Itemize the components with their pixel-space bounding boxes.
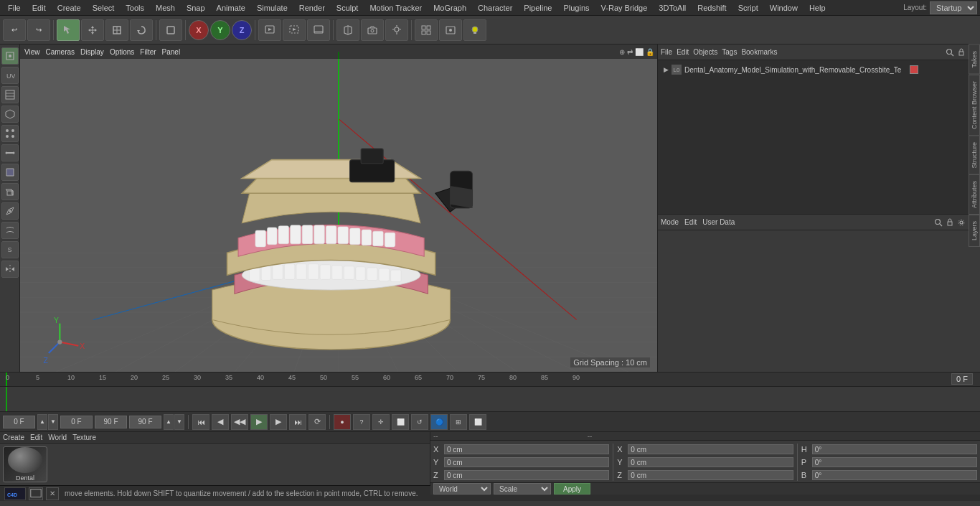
loop-btn[interactable]: ⟳ bbox=[308, 414, 326, 430]
motion-mode-btn[interactable]: ? bbox=[353, 414, 370, 430]
viewport-expand-icon[interactable]: ⊕ bbox=[619, 48, 625, 56]
viewport-menu-options[interactable]: Options bbox=[110, 48, 134, 56]
object-color[interactable] bbox=[910, 65, 918, 74]
rot-b-input[interactable] bbox=[812, 470, 977, 480]
model-tool[interactable] bbox=[1, 47, 19, 65]
render-viewport-button[interactable] bbox=[258, 19, 281, 41]
step-forward-btn[interactable]: ▶ bbox=[270, 414, 287, 430]
end-frame-up-btn[interactable]: ▲ bbox=[164, 414, 174, 430]
poly-pen-tool[interactable] bbox=[1, 202, 19, 220]
close-status-icon[interactable]: ✕ bbox=[46, 487, 59, 500]
goto-end-btn[interactable]: ⏭ bbox=[289, 414, 306, 430]
smooth-tool[interactable]: S bbox=[1, 241, 19, 258]
viewport-menu-panel[interactable]: Panel bbox=[162, 48, 181, 56]
attr-user-data[interactable]: User Data bbox=[702, 218, 735, 226]
obj-manager-tags[interactable]: Tags bbox=[722, 48, 737, 56]
render-region-button[interactable] bbox=[283, 19, 306, 41]
end-frame-down-btn[interactable]: ▼ bbox=[174, 414, 184, 430]
move-button[interactable] bbox=[81, 19, 104, 41]
grid-mode-btn[interactable]: ⊞ bbox=[450, 414, 467, 430]
pos-z-input[interactable] bbox=[444, 470, 609, 480]
menu-motion-tracker[interactable]: Motion Tracker bbox=[364, 2, 427, 14]
viewport-menu-cameras[interactable]: Cameras bbox=[46, 48, 75, 56]
goto-start-btn[interactable]: ⏮ bbox=[192, 414, 209, 430]
perspective-view-button[interactable] bbox=[336, 19, 359, 41]
object-tool-button[interactable] bbox=[159, 19, 182, 41]
z-axis-button[interactable]: Z bbox=[232, 20, 252, 40]
menu-tools[interactable]: Tools bbox=[121, 2, 149, 14]
rotate-button[interactable] bbox=[130, 19, 153, 41]
redo-button[interactable]: ↪ bbox=[27, 19, 50, 41]
menu-select[interactable]: Select bbox=[88, 2, 120, 14]
viewport-status-icon[interactable] bbox=[29, 487, 43, 500]
menu-vray[interactable]: V-Ray Bridge bbox=[596, 2, 653, 14]
rot-h-input[interactable] bbox=[812, 444, 977, 454]
edge-mode[interactable] bbox=[1, 144, 19, 161]
menu-script[interactable]: Script bbox=[733, 2, 763, 14]
viewport[interactable]: View Cameras Display Options Filter Pane… bbox=[20, 44, 657, 372]
menu-window[interactable]: Window bbox=[765, 2, 803, 14]
current-frame-input[interactable] bbox=[3, 416, 35, 428]
uv-tool[interactable]: UV bbox=[1, 67, 19, 84]
vtab-layers[interactable]: Layers bbox=[969, 215, 980, 247]
extrude-tool[interactable] bbox=[1, 183, 19, 200]
size-x-input[interactable] bbox=[628, 444, 793, 454]
texture-tool[interactable] bbox=[1, 86, 19, 103]
timeline-track[interactable] bbox=[0, 387, 980, 411]
polygon-mode[interactable] bbox=[1, 164, 19, 181]
menu-sculpt[interactable]: Sculpt bbox=[331, 2, 364, 14]
attr-search-icon[interactable] bbox=[934, 218, 943, 227]
rot-p-input[interactable] bbox=[812, 457, 977, 467]
menu-character[interactable]: Character bbox=[473, 2, 517, 14]
bulb-button[interactable] bbox=[463, 19, 486, 41]
end-frame-input[interactable] bbox=[129, 416, 161, 428]
menu-snap[interactable]: Snap bbox=[182, 2, 210, 14]
play-reverse-btn[interactable]: ◀◀ bbox=[231, 414, 248, 430]
size-y-input[interactable] bbox=[628, 457, 793, 467]
viewport-max-icon[interactable]: ⬜ bbox=[635, 48, 644, 56]
menu-file[interactable]: File bbox=[3, 2, 26, 14]
x-axis-button[interactable]: X bbox=[189, 20, 209, 40]
menu-pipeline[interactable]: Pipeline bbox=[519, 2, 557, 14]
mat-menu-function[interactable]: World bbox=[48, 434, 67, 441]
record-btn[interactable]: ● bbox=[334, 414, 351, 430]
menu-mograph[interactable]: MoGraph bbox=[428, 2, 471, 14]
object-row[interactable]: ▶ L0 Dental_Anatomy_Model_Simulation_wit… bbox=[661, 63, 977, 76]
layout-dropdown[interactable]: Startup bbox=[930, 1, 977, 14]
menu-redshift[interactable]: Redshift bbox=[692, 2, 731, 14]
preview-mode-btn[interactable]: 🔵 bbox=[430, 414, 448, 430]
attr-lock-icon[interactable] bbox=[946, 218, 954, 227]
menu-help[interactable]: Help bbox=[804, 2, 831, 14]
pos-x-input[interactable] bbox=[444, 444, 609, 454]
mat-menu-texture[interactable]: Texture bbox=[72, 434, 96, 441]
obj-manager-objects[interactable]: Objects bbox=[693, 48, 717, 56]
y-axis-button[interactable]: Y bbox=[210, 20, 230, 40]
menu-animate[interactable]: Animate bbox=[212, 2, 250, 14]
rotate-mode-btn[interactable]: ↺ bbox=[411, 414, 428, 430]
obj-manager-bookmarks[interactable]: Bookmarks bbox=[741, 48, 777, 56]
viewport-menu-filter[interactable]: Filter bbox=[140, 48, 156, 56]
menu-simulate[interactable]: Simulate bbox=[252, 2, 293, 14]
menu-mesh[interactable]: Mesh bbox=[151, 2, 180, 14]
vtab-attributes[interactable]: Attributes bbox=[969, 174, 980, 215]
start-frame-input[interactable] bbox=[60, 416, 93, 428]
menu-render[interactable]: Render bbox=[294, 2, 330, 14]
menu-create[interactable]: Create bbox=[52, 2, 86, 14]
render-picture-viewer-button[interactable] bbox=[307, 19, 330, 41]
grid-button[interactable] bbox=[415, 19, 438, 41]
play-btn[interactable]: ▶ bbox=[250, 414, 268, 430]
pos-y-input[interactable] bbox=[444, 457, 609, 467]
mirror-tool[interactable] bbox=[1, 261, 19, 278]
frame-up-btn[interactable]: ▲ bbox=[37, 414, 47, 430]
preview-min-input[interactable] bbox=[95, 416, 127, 428]
mat-menu-edit[interactable]: Edit bbox=[30, 434, 42, 441]
live-selection-button[interactable] bbox=[57, 19, 80, 41]
vtab-structure[interactable]: Structure bbox=[969, 136, 980, 175]
frame-down-btn[interactable]: ▼ bbox=[48, 414, 58, 430]
vtab-content-browser[interactable]: Content Browser bbox=[969, 75, 980, 136]
dental-material[interactable]: Dental bbox=[3, 446, 47, 482]
viewport-menu-display[interactable]: Display bbox=[80, 48, 104, 56]
attr-edit[interactable]: Edit bbox=[684, 218, 697, 226]
menu-3dtoall[interactable]: 3DToAll bbox=[654, 2, 691, 14]
viewport-swap-icon[interactable]: ⇄ bbox=[627, 48, 633, 56]
